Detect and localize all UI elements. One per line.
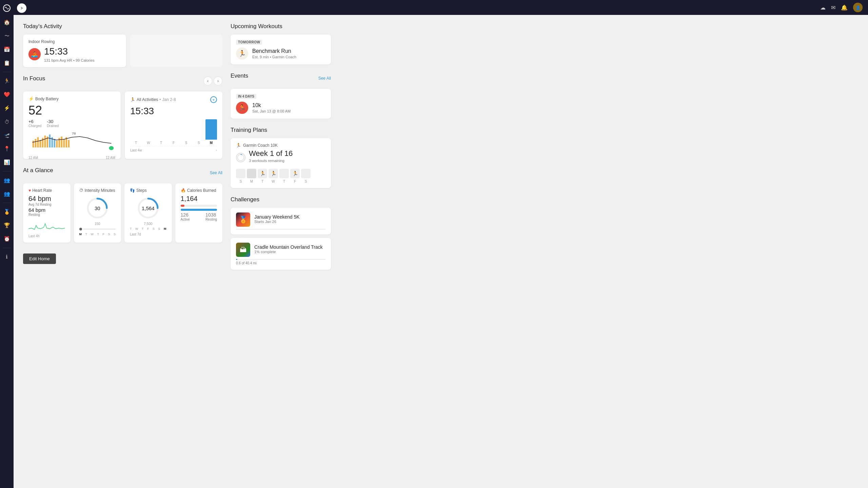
heart-rate-value2: 64 bpm xyxy=(28,207,65,213)
steps-gauge: 1,564 xyxy=(136,196,160,220)
all-activities-date: • xyxy=(159,97,161,102)
sidebar-item-courses[interactable]: 🛫 xyxy=(1,129,13,141)
focus-prev-button[interactable]: ‹ xyxy=(203,77,212,85)
body-battery-chart: 78 12 AM 12 AM xyxy=(28,130,115,154)
topbar-notifications-icon[interactable]: 🔔 xyxy=(841,4,848,11)
sidebar-item-explore[interactable]: 📍 xyxy=(1,143,13,155)
event-card[interactable]: IN 4 DAYS 🏃 10k Sat, Jan 13 @ 8:00 AM xyxy=(231,89,331,119)
intensity-max: 150 xyxy=(95,222,100,226)
topbar-messages-icon[interactable]: ✉ xyxy=(831,4,835,11)
all-activities-add-button[interactable]: + xyxy=(210,96,217,103)
svg-rect-8 xyxy=(44,136,46,147)
calories-resting-value: 1038 xyxy=(205,212,217,218)
user-avatar[interactable]: 👤 xyxy=(853,3,863,12)
sidebar-item-home[interactable]: 🏠 xyxy=(1,16,13,28)
training-plan-label: Garmin Coach 10K xyxy=(243,143,278,148)
tp-label-F: F xyxy=(290,180,300,183)
heart-rate-title: ♥ Heart Rate xyxy=(28,188,65,193)
sidebar-item-health[interactable]: ❤️ xyxy=(1,88,13,101)
calories-bar-fill xyxy=(181,205,185,207)
sidebar-divider xyxy=(3,72,11,72)
challenge-cradle-title: Cradle Mountain Overland Track xyxy=(254,244,323,250)
sidebar-item-reports[interactable]: 📋 xyxy=(1,57,13,69)
heart-rate-sub1: Avg 7d Resting xyxy=(28,203,65,206)
intensity-slider-line xyxy=(83,229,116,229)
tp-day-W: 🏃 xyxy=(269,169,278,178)
steps-day-S2: S xyxy=(158,227,160,230)
sidebar-item-intensity[interactable]: ⚡ xyxy=(1,102,13,114)
body-battery-stats: +6 Charged -30 Drained xyxy=(28,119,115,128)
svg-rect-10 xyxy=(49,135,51,147)
at-a-glance-title: At a Glance xyxy=(23,167,53,174)
sidebar-item-clock[interactable]: ⏰ xyxy=(1,233,13,245)
expand-sidebar-button[interactable] xyxy=(17,3,26,13)
sidebar-item-groups[interactable]: 👥 xyxy=(1,188,13,200)
sidebar-item-community[interactable]: 👥 xyxy=(1,174,13,186)
sidebar-divider-4 xyxy=(3,248,11,248)
at-a-glance-see-all[interactable]: See All xyxy=(210,170,222,175)
upcoming-workout-card[interactable]: TOMORROW 🏃 Benchmark Run Est. 9 min • Ga… xyxy=(231,35,331,64)
body-battery-card[interactable]: ⚡ Body Battery 52 +6 Charged -30 Drained xyxy=(23,92,121,159)
in-focus-header: In Focus ‹ › xyxy=(23,75,222,87)
svg-rect-6 xyxy=(40,140,41,147)
sidebar-item-info[interactable]: ℹ xyxy=(1,251,13,263)
topbar: ☁ ✉ 🔔 👤 xyxy=(14,0,868,15)
heart-rate-card[interactable]: ♥ Heart Rate 64 bpm Avg 7d Resting 64 bp… xyxy=(23,183,71,243)
sidebar-item-stats[interactable]: 📊 xyxy=(1,156,13,168)
intensity-day-labels: M T W T F S S xyxy=(79,232,116,236)
training-remaining: 3 workouts remaining xyxy=(249,159,293,163)
intensity-value: 30 xyxy=(95,205,100,211)
training-plan-header: 🏃 Garmin Coach 10K xyxy=(236,143,326,148)
activity-meta: 131 bpm Avg HR • 99 Calories xyxy=(44,58,95,62)
all-activities-day-labels: T W T F S S M xyxy=(130,141,217,145)
sidebar-item-challenges[interactable]: 🏆 xyxy=(1,219,13,231)
sidebar-item-badges[interactable]: 🏅 xyxy=(1,206,13,218)
edit-home-button[interactable]: Edit Home xyxy=(23,253,56,264)
challenge-card-january[interactable]: 🏅 January Weekend 5K Starts Jan 26 xyxy=(231,208,331,235)
challenge-cradle-row: 🏔 Cradle Mountain Overland Track 1% comp… xyxy=(236,243,326,257)
intensity-minutes-card[interactable]: ⏱ Intensity Minutes 30 150 xyxy=(74,183,121,243)
events-see-all[interactable]: See All xyxy=(318,76,331,81)
app-logo[interactable] xyxy=(2,3,12,13)
body-battery-value: 52 xyxy=(28,103,115,118)
tp-label-S2: S xyxy=(301,180,311,183)
calories-burned-card[interactable]: 🔥 Calories Burned 1,164 126 Active xyxy=(175,183,223,243)
challenge-card-cradle[interactable]: 🏔 Cradle Mountain Overland Track 1% comp… xyxy=(231,238,331,270)
calories-resting-bar xyxy=(181,209,217,211)
activity-cards: Indoor Rowing 🚣 15:33 131 bpm Avg HR • 9… xyxy=(23,35,222,67)
calories-icon: 🔥 xyxy=(181,188,186,193)
all-activities-card[interactable]: 🏃 All Activities • Jan 2-8 + 15:33 xyxy=(125,92,222,159)
sidebar-item-calendar[interactable]: 📅 xyxy=(1,43,13,56)
svg-rect-5 xyxy=(37,137,39,147)
event-row: 🏃 10k Sat, Jan 13 @ 8:00 AM xyxy=(236,102,326,114)
intensity-day-S1: S xyxy=(108,232,110,236)
heart-rate-chart xyxy=(28,219,65,232)
sidebar-item-timer[interactable]: ⏱ xyxy=(1,116,13,128)
steps-card[interactable]: 👣 Steps 1,564 7,500 xyxy=(124,183,172,243)
challenge-cradle-image: 🏔 xyxy=(236,243,250,257)
svg-rect-3 xyxy=(33,141,34,147)
challenge-cradle-detail: 0.6 of 40.4 mi xyxy=(236,261,326,265)
calories-bar xyxy=(181,205,217,207)
heart-rate-icon: ♥ xyxy=(28,188,31,193)
svg-text:78: 78 xyxy=(72,132,76,135)
activity-card-rowing[interactable]: Indoor Rowing 🚣 15:33 131 bpm Avg HR • 9… xyxy=(23,35,126,67)
svg-point-25 xyxy=(238,155,244,161)
svg-rect-15 xyxy=(61,137,62,147)
topbar-upload-icon[interactable]: ☁ xyxy=(820,4,826,11)
training-plan-card[interactable]: 🏃 Garmin Coach 10K Week 1 of 16 3 workou… xyxy=(231,138,331,188)
day-label-T1: T xyxy=(130,141,142,145)
steps-day-T1: T xyxy=(130,227,132,230)
sidebar-item-activities[interactable]: 〜 xyxy=(1,30,13,42)
challenge-january-info: January Weekend 5K Starts Jan 26 xyxy=(254,214,300,225)
main-content: Today's Activity Indoor Rowing 🚣 15:33 1… xyxy=(14,0,868,488)
focus-next-button[interactable]: › xyxy=(214,77,222,85)
tp-label-W: W xyxy=(269,180,278,183)
bb-time-end: 12 AM xyxy=(106,156,115,160)
day-label-S2: S xyxy=(193,141,204,145)
event-icon: 🏃 xyxy=(236,102,248,114)
activity-rowing-icon: 🚣 xyxy=(28,48,41,60)
upcoming-workouts-section: Upcoming Workouts TOMORROW 🏃 Benchmark R… xyxy=(231,23,331,64)
training-plan-progress-circle xyxy=(236,153,245,162)
sidebar-item-run[interactable]: 🏃 xyxy=(1,75,13,87)
